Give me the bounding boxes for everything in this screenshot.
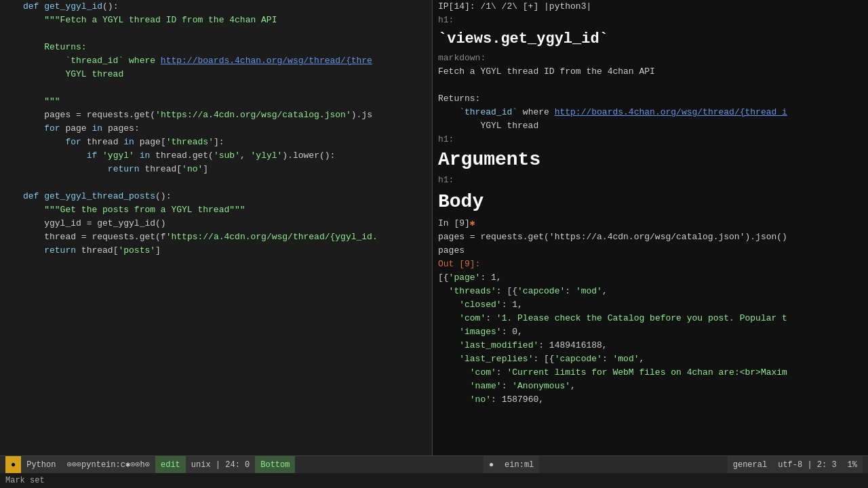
code-line: for thread in page['threads']: [23,136,432,149]
h1-label-1: h1: [438,14,863,27]
bottom-bar: Mark set [0,473,868,488]
utf-indicator: utf-8 | 2: 3 [772,456,842,473]
h1-text-2: Arguments [438,148,540,172]
code-content[interactable]: def get_ygyl_id(): """Fetch a YGYL threa… [20,0,432,455]
code-line: YGYL thread [23,68,432,81]
out-line-5: 'images': 0, [438,325,863,339]
code-line [23,176,432,190]
h1-text-1: `views.get_ygyl_id` [438,29,608,49]
h1-heading-2: Arguments [438,149,863,171]
language-label: Python [26,460,56,470]
out-line-3: 'closed': 1, [438,298,863,312]
h1-text-3: Body [438,190,484,214]
out-line-6: 'last_modified': 1489416188, [438,339,863,352]
code-editor-pane: def get_ygyl_id(): """Fetch a YGYL threa… [0,0,433,455]
h1-label-2: h1: [438,133,863,146]
buffer-text: ⊙⊙⊙pyntein:c✱⊙⊙h⊙ [66,460,150,470]
notebook-output-pane[interactable]: IP[14]: /1\ /2\ [+] |python3| h1: `views… [433,0,868,455]
markdown-line-1: Fetch a YGYL thread ID from the 4chan AP… [438,65,863,79]
percent-label: 1% [848,460,857,470]
code-line: """Fetch a YGYL thread ID from the 4chan… [23,14,432,27]
out-line-1: [{'page': 1, [438,271,863,285]
out-line-7: 'last_replies': [{'capcode': 'mod', [438,352,863,366]
out-line-2: 'threads': [{'capcode': 'mod', [438,285,863,298]
position-indicator: Bottom [255,456,295,473]
h1-label-3: h1: [438,174,863,187]
out-line-9: 'name': 'Anonymous', [438,380,863,393]
mode-icon: ● [11,460,16,470]
out-line-8: 'com': 'Current limits for WebM files on… [438,366,863,380]
encoding-text: unix | 24: 0 [191,460,250,470]
out-label-line: Out [9]: [438,258,863,271]
buffer-info: ⊙⊙⊙pyntein:c✱⊙⊙h⊙ [61,456,155,473]
markdown-line-5: YGYL thread [438,119,863,133]
out-line-10: 'no': 1587960, [438,393,863,407]
ein-label: ein:ml [505,460,534,470]
prompt-line: IP[14]: /1\ /2\ [+] |python3| [438,0,863,14]
mode-indicator: ● [5,456,21,473]
general-label: general [733,460,767,470]
markdown-line-2 [438,79,863,92]
code-line: """Get the posts from a YGYL thread""" [23,203,432,217]
code-line [23,27,432,41]
utf-label: utf-8 | 2: 3 [778,460,836,470]
general-indicator: general [728,456,772,473]
line-numbers [0,0,20,455]
code-line: """ [23,95,432,108]
out-line-4: 'com': '1. Please check the Catalog befo… [438,312,863,325]
markdown-line-3: Returns: [438,92,863,106]
encoding-info: unix | 24: 0 [186,456,255,473]
code-line: for page in pages: [23,122,432,136]
in-label-line: In [9]✱ [438,217,863,230]
percent-indicator: 1% [842,456,863,473]
code-line: return thread['posts'] [23,244,432,258]
code-line: ygyl_id = get_ygyl_id() [23,217,432,230]
edit-label: edit [161,460,180,470]
language-indicator: Python [21,456,61,473]
code-line: pages = requests.get('https://a.4cdn.org… [23,108,432,122]
code-line: def get_ygyl_id(): [23,0,432,14]
code-line: Returns: [23,41,432,54]
circle-indicator: ● [484,456,499,473]
h1-heading-3: Body [438,190,863,214]
code-line-2: pages [438,244,863,258]
code-line: if 'ygyl' in thread.get('sub', 'ylyl').l… [23,149,432,163]
code-line: def get_ygyl_thread_posts(): [23,190,432,203]
bottom-message: Mark set [5,476,45,485]
code-line: thread = requests.get(f'https://a.4cdn.o… [23,230,432,244]
code-line: `thread_id` where http://boards.4chan.or… [23,54,432,68]
circle-icon: ● [489,460,494,470]
code-line-1: pages = requests.get('https://a.4cdn.org… [438,230,863,244]
h1-heading-1: `views.get_ygyl_id` [438,30,863,49]
code-line: return thread['no'] [23,163,432,176]
status-bar: ● Python ⊙⊙⊙pyntein:c✱⊙⊙h⊙ edit unix | 2… [0,455,868,473]
edit-indicator: edit [155,456,186,473]
markdown-label: markdown: [438,52,863,65]
code-line [23,81,432,95]
markdown-line-4: `thread_id` where http://boards.4chan.or… [438,106,863,119]
ein-indicator: ein:ml [499,456,539,473]
main-area: def get_ygyl_id(): """Fetch a YGYL threa… [0,0,868,455]
bottom-label: Bottom [260,460,290,470]
